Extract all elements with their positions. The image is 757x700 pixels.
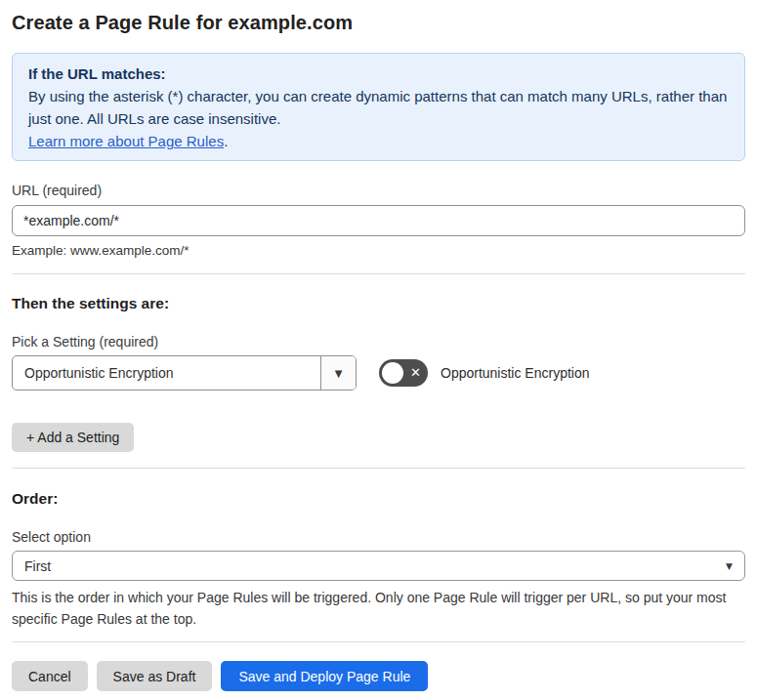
page-title: Create a Page Rule for example.com [12, 12, 745, 34]
url-example-helper: Example: www.example.com/* [12, 243, 745, 259]
toggle-off-x-icon: ✕ [410, 366, 421, 379]
divider [12, 273, 745, 274]
info-box-link-line: Learn more about Page Rules. [28, 130, 729, 152]
info-box-body: By using the asterisk (*) character, you… [28, 85, 729, 130]
url-field-label: URL (required) [12, 183, 745, 199]
opportunistic-encryption-toggle[interactable]: ✕ [379, 359, 428, 387]
url-input[interactable] [12, 205, 745, 236]
setting-row: Opportunistic Encryption ▼ ✕ Opportunist… [12, 355, 745, 391]
chevron-down-icon: ▼ [335, 368, 343, 379]
chevron-down-icon: ▼ [726, 561, 733, 571]
cancel-button[interactable]: Cancel [12, 661, 88, 691]
toggle-knob [382, 362, 403, 384]
order-section-heading: Order: [12, 489, 745, 508]
learn-more-link[interactable]: Learn more about Page Rules [28, 133, 224, 149]
divider [12, 641, 745, 642]
save-as-draft-button[interactable]: Save as Draft [97, 661, 213, 691]
save-and-deploy-button[interactable]: Save and Deploy Page Rule [221, 661, 428, 691]
link-suffix: . [224, 133, 228, 149]
pick-setting-label: Pick a Setting (required) [12, 334, 745, 350]
info-box-heading: If the URL matches: [28, 62, 729, 85]
setting-select-value: Opportunistic Encryption [13, 356, 320, 390]
order-select-value: First [24, 558, 51, 574]
setting-select-arrow-button[interactable]: ▼ [320, 356, 356, 390]
toggle-label: Opportunistic Encryption [441, 365, 590, 381]
url-match-info-box: If the URL matches: By using the asteris… [12, 53, 745, 161]
add-setting-button[interactable]: + Add a Setting [12, 423, 134, 452]
order-helper-text: This is the order in which your Page Rul… [12, 588, 735, 630]
setting-select[interactable]: Opportunistic Encryption ▼ [12, 355, 357, 391]
settings-section-heading: Then the settings are: [12, 294, 745, 312]
divider [12, 468, 745, 469]
footer-actions: Cancel Save as Draft Save and Deploy Pag… [12, 661, 745, 691]
order-select[interactable]: First ▼ [12, 551, 745, 581]
order-select-label: Select option [12, 529, 745, 546]
